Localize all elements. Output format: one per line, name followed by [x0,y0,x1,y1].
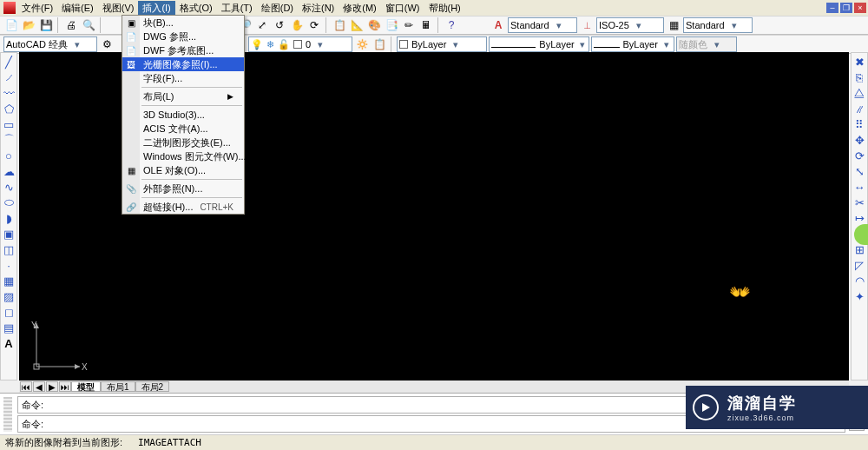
hatch-icon[interactable]: ▦ [2,274,16,288]
window-restore[interactable]: ❐ [840,3,852,13]
stretch-icon[interactable]: ↔ [852,180,866,194]
menu-item-raster-image[interactable]: 🖼 光栅图像参照(I)... [122,57,244,71]
tab-first-icon[interactable]: ⏮ [20,381,32,392]
color-value: ByLayer [411,39,446,50]
menu-item-wmf[interactable]: Windows 图元文件(W)... [122,149,244,163]
menu-item-ole[interactable]: ▦ OLE 对象(O)... [122,163,244,177]
line-icon[interactable]: ╱ [2,55,16,69]
insert-block-icon[interactable]: ▣ [2,227,16,241]
tab-last-icon[interactable]: ⏭ [59,381,71,392]
sheet-set-icon[interactable]: 📑 [384,17,399,33]
design-center-icon[interactable]: 📐 [349,17,365,33]
polygon-icon[interactable]: ⬠ [2,102,16,116]
markup-icon[interactable]: ✏ [401,17,417,33]
tool-palettes-icon[interactable]: 🎨 [366,17,382,33]
menu-item-layout[interactable]: 布局(L) ▶ [122,89,244,103]
zoom-window-icon[interactable]: ⤢ [254,17,270,33]
color-combo[interactable]: ByLayer ▾ [397,36,487,52]
mirror-icon[interactable]: ⧋ [852,86,866,100]
trim-icon[interactable]: ✂ [852,195,866,209]
tablestyle-combo[interactable]: Standard ▾ [683,17,753,33]
revcloud-icon[interactable]: ☁ [2,164,16,178]
menu-item-dwg-ref[interactable]: 📄 DWG 参照... [122,30,244,43]
point-icon[interactable]: · [2,258,16,272]
gradient-icon[interactable]: ▨ [2,289,16,303]
menu-item-hyperlink[interactable]: 🔗 超链接(H)... CTRL+K [122,200,244,214]
layer-combo[interactable]: 💡 ❄ 🔓 0 ▾ [248,36,352,52]
tab-layout2[interactable]: 布局2 [135,381,170,392]
redraw-icon[interactable]: ⟳ [306,17,322,33]
extend-icon[interactable]: ↦ [852,211,866,225]
menu-insert[interactable]: 插入(I) [138,1,174,16]
dimstyle-icon[interactable]: ⟂ [579,17,595,33]
new-icon[interactable]: 📄 [3,17,19,33]
ellipse-icon[interactable]: ⬭ [2,195,16,209]
tab-model[interactable]: 模型 [71,381,101,392]
print-icon[interactable]: 🖨 [63,17,79,33]
layer-manager-icon[interactable]: 📋 [372,36,387,52]
textstyle-combo[interactable]: Standard ▾ [508,17,577,33]
menu-item-binary-exchange[interactable]: 二进制图形交换(E)... [122,136,244,149]
scale-icon[interactable]: ⤡ [852,164,866,178]
workspace-gear-icon[interactable]: ⚙ [99,36,115,52]
pan-icon[interactable]: ✋ [289,17,305,33]
tab-layout1[interactable]: 布局1 [101,381,135,392]
menu-item-field[interactable]: 字段(F)... [122,71,244,85]
menu-help[interactable]: 帮助(H) [424,1,465,16]
region-icon[interactable]: ◻ [2,305,16,319]
mtext-icon[interactable]: A [2,336,16,350]
dimstyle-combo[interactable]: ISO-25 ▾ [596,17,664,33]
grip-handle[interactable] [3,397,12,432]
make-block-icon[interactable]: ◫ [2,242,16,256]
spline-icon[interactable]: ∿ [2,180,16,194]
tab-prev-icon[interactable]: ◀ [33,381,45,392]
workspace-combo[interactable]: AutoCAD 经典 ▾ [3,36,97,52]
preview-icon[interactable]: 🔍 [81,17,96,33]
layer-prev-icon[interactable]: 🔅 [354,36,370,52]
explode-icon[interactable]: ✦ [852,289,866,303]
move-icon[interactable]: ✥ [852,133,866,147]
menu-draw[interactable]: 绘图(D) [257,1,298,16]
erase-icon[interactable]: ✖ [852,55,866,69]
circle-icon[interactable]: ○ [2,149,16,162]
plotstyle-combo[interactable]: 随颜色 ▾ [676,36,737,52]
menu-file[interactable]: 文件(F) [17,1,57,16]
polyline-icon[interactable]: 〰 [2,86,16,100]
menu-item-block[interactable]: ▣ 块(B)... [122,16,244,30]
arc-icon[interactable]: ⌒ [2,133,16,147]
zoom-prev-icon[interactable]: ↺ [272,17,287,33]
lineweight-combo[interactable]: ByLayer ▾ [591,36,674,52]
menu-edit[interactable]: 编辑(E) [57,1,98,16]
menu-item-3dstudio[interactable]: 3D Studio(3)... [122,108,244,122]
tablestyle-icon[interactable]: ▦ [666,17,681,33]
rectangle-icon[interactable]: ▭ [2,117,16,131]
menu-tools[interactable]: 工具(T) [217,1,257,16]
table-icon[interactable]: ▤ [2,321,16,334]
window-minimize[interactable]: – [826,3,838,13]
array-icon[interactable]: ⠿ [852,117,866,131]
menu-window[interactable]: 窗口(W) [381,1,424,16]
menu-modify[interactable]: 修改(M) [339,1,381,16]
fillet-icon[interactable]: ◠ [852,274,866,288]
menu-format[interactable]: 格式(O) [175,1,217,16]
menu-item-xref[interactable]: 📎 外部参照(N)... [122,182,244,195]
rotate-icon[interactable]: ⟳ [852,149,866,162]
offset-icon[interactable]: ⫽ [852,102,866,116]
ellipse-arc-icon[interactable]: ◗ [2,211,16,225]
properties-icon[interactable]: 📋 [332,17,347,33]
chamfer-icon[interactable]: ◸ [852,258,866,272]
save-icon[interactable]: 💾 [38,17,54,33]
tab-next-icon[interactable]: ▶ [46,381,58,392]
linetype-combo[interactable]: ByLayer ▾ [489,36,589,52]
calc-icon[interactable]: 🖩 [418,17,434,33]
menu-item-dwf-underlay[interactable]: 📄 DWF 参考底图... [122,43,244,57]
menu-item-acis[interactable]: ACIS 文件(A)... [122,122,244,136]
menu-dim[interactable]: 标注(N) [298,1,339,16]
xline-icon[interactable]: ⟋ [2,70,16,84]
copy-icon[interactable]: ⎘ [852,70,866,84]
help-icon[interactable]: ? [444,17,459,33]
open-icon[interactable]: 📂 [21,17,36,33]
window-close[interactable]: × [854,3,866,13]
menu-view[interactable]: 视图(V) [98,1,139,16]
textstyle-icon[interactable]: A [490,17,506,33]
